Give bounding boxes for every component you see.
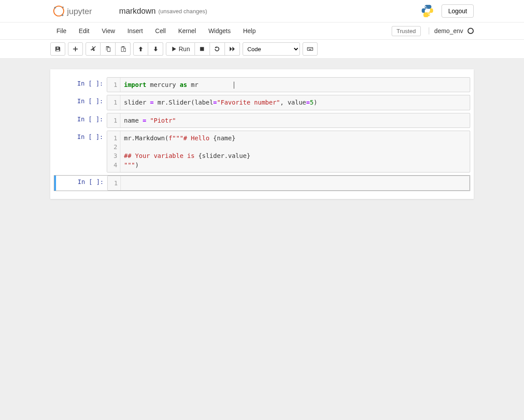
cell-prompt: In [ ]: [54, 176, 107, 191]
svg-point-6 [429, 14, 430, 15]
svg-point-2 [62, 7, 64, 8]
run-button[interactable]: Run [166, 42, 195, 56]
play-icon [171, 46, 177, 52]
menu-insert[interactable]: Insert [121, 24, 149, 38]
python-logo-icon [420, 4, 434, 19]
cell-prompt: In [ ]: [54, 131, 107, 172]
move-down-button[interactable] [148, 42, 163, 56]
fast-forward-icon [229, 46, 235, 52]
code-editor[interactable]: name = "Piotr" [120, 113, 470, 128]
jupyter-logo[interactable]: jupyter [50, 4, 112, 18]
code-editor[interactable]: slider = mr.Slider(label="Favorite numbe… [120, 95, 470, 109]
line-gutter: 1 [108, 176, 121, 190]
cell-input-area[interactable]: 1slider = mr.Slider(label="Favorite numb… [107, 95, 470, 110]
cell-input-area[interactable]: 1import mercury as mr [107, 77, 470, 92]
insert-cell-button[interactable] [68, 42, 83, 56]
menu-widgets[interactable]: Widgets [202, 24, 237, 38]
svg-rect-11 [311, 48, 311, 49]
interrupt-button[interactable] [195, 42, 210, 56]
cell-prompt: In [ ]: [54, 95, 107, 110]
line-gutter: 1 [107, 113, 120, 128]
line-gutter: 1 [107, 78, 120, 92]
svg-rect-8 [307, 48, 313, 51]
code-editor[interactable]: mr.Markdown(f"""# Hello {name} ## Your v… [120, 131, 470, 172]
svg-text:jupyter: jupyter [67, 7, 92, 16]
code-editor[interactable]: import mercury as mr [120, 78, 470, 92]
restart-button[interactable] [210, 42, 225, 56]
menu-kernel[interactable]: Kernel [172, 24, 202, 38]
kernel-name[interactable]: demo_env [429, 27, 474, 34]
move-up-button[interactable] [133, 42, 148, 56]
code-cell[interactable]: In [ ]:1name = "Piotr" [54, 113, 470, 128]
restart-icon [214, 46, 220, 52]
svg-point-3 [62, 14, 64, 16]
svg-rect-12 [311, 48, 312, 49]
copy-icon [105, 46, 111, 52]
svg-point-5 [425, 6, 427, 7]
paste-button[interactable] [116, 42, 131, 56]
arrow-down-icon [153, 46, 159, 52]
svg-point-1 [54, 7, 56, 8]
env-label: demo_env [434, 27, 463, 34]
menu-help[interactable]: Help [237, 24, 262, 38]
paste-icon [120, 46, 126, 52]
header-bar: jupyter markdown (unsaved changes) Logou… [0, 0, 524, 22]
stop-icon [199, 46, 205, 52]
notebook-container: In [ ]:1import mercury as mrIn [ ]:1slid… [50, 69, 474, 199]
cell-input-area[interactable]: 1 [107, 176, 470, 191]
save-status: (unsaved changes) [158, 8, 207, 15]
command-palette-button[interactable] [303, 42, 318, 56]
cut-icon [90, 46, 96, 52]
code-editor[interactable] [121, 176, 469, 190]
svg-rect-10 [309, 48, 310, 49]
logout-button[interactable]: Logout [442, 4, 474, 18]
arrow-up-icon [138, 46, 144, 52]
code-cell[interactable]: In [ ]:1slider = mr.Slider(label="Favori… [54, 95, 470, 110]
cell-input-area[interactable]: 1234mr.Markdown(f"""# Hello {name} ## Yo… [107, 131, 470, 172]
run-label: Run [179, 45, 190, 52]
menu-file[interactable]: File [50, 24, 73, 38]
cut-button[interactable] [86, 42, 101, 56]
trusted-indicator[interactable]: Trusted [392, 26, 421, 36]
line-gutter: 1234 [107, 131, 120, 172]
svg-rect-9 [308, 48, 308, 49]
code-cell[interactable]: In [ ]:1import mercury as mr [54, 77, 470, 92]
menubar: File Edit View Insert Cell Kernel Widget… [0, 22, 524, 40]
copy-button[interactable] [101, 42, 116, 56]
plus-icon [72, 46, 79, 52]
save-icon [55, 46, 61, 52]
cell-prompt: In [ ]: [54, 113, 107, 128]
kernel-status-icon [468, 28, 474, 34]
save-button[interactable] [50, 42, 65, 56]
keyboard-icon [307, 46, 313, 52]
menu-view[interactable]: View [96, 24, 121, 38]
toolbar: Run Code [0, 40, 524, 59]
cell-type-select[interactable]: Code [243, 42, 300, 56]
cell-input-area[interactable]: 1name = "Piotr" [107, 113, 470, 128]
restart-run-all-button[interactable] [225, 42, 240, 56]
notebook-name[interactable]: markdown [119, 7, 156, 16]
svg-rect-7 [200, 47, 204, 51]
code-cell[interactable]: In [ ]:1234mr.Markdown(f"""# Hello {name… [54, 131, 470, 172]
line-gutter: 1 [107, 95, 120, 109]
menu-edit[interactable]: Edit [73, 24, 96, 38]
menu-cell[interactable]: Cell [149, 24, 172, 38]
code-cell[interactable]: In [ ]:1 [54, 175, 470, 191]
svg-rect-13 [309, 49, 311, 50]
cell-prompt: In [ ]: [54, 77, 107, 92]
